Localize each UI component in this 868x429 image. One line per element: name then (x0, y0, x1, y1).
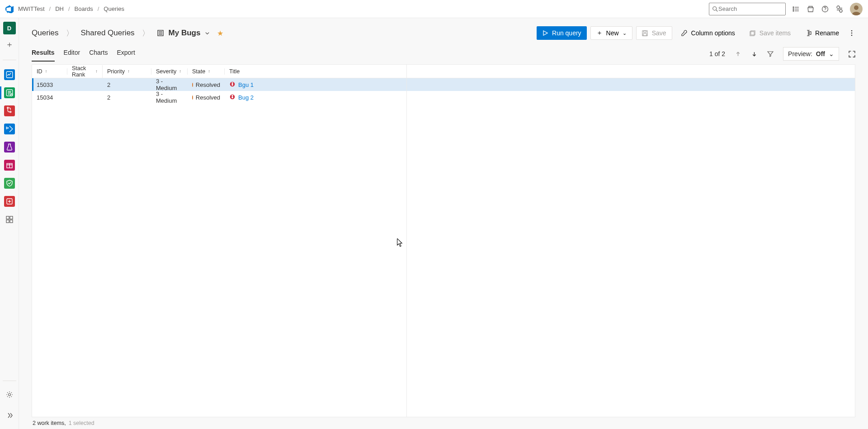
save-icon (642, 30, 648, 36)
nav-grid[interactable] (0, 210, 19, 229)
tab-export[interactable]: Export (117, 46, 135, 62)
query-list-icon (157, 29, 164, 37)
result-count: 1 of 2 (709, 50, 725, 57)
chevron-right-icon: 〉 (142, 28, 150, 38)
more-actions-button[interactable] (848, 26, 855, 40)
col-severity[interactable]: Severity↑ (151, 68, 188, 75)
preview-toggle[interactable]: Preview: Off ⌄ (783, 47, 839, 61)
svg-point-25 (8, 394, 10, 396)
col-state[interactable]: State↑ (188, 68, 225, 75)
breadcrumb-page[interactable]: Queries (104, 5, 124, 12)
favorite-star-icon[interactable]: ★ (217, 29, 223, 38)
svg-point-18 (9, 111, 11, 113)
svg-rect-41 (231, 84, 233, 86)
settings-icon[interactable] (835, 5, 844, 13)
main-content: Queries 〉 Shared Queries 〉 My Bugs ★ Run… (19, 18, 868, 429)
tasks-icon[interactable] (792, 5, 800, 13)
run-query-label: Run query (552, 29, 581, 37)
run-query-button[interactable]: Run query (537, 26, 587, 40)
next-item-button[interactable] (750, 50, 758, 57)
cell-id: 15033 (32, 81, 67, 88)
save-button: Save (636, 26, 672, 40)
col-rank[interactable]: Stack Rank↑ (67, 65, 103, 78)
preview-label: Preview: (788, 50, 812, 57)
svg-point-5 (793, 7, 794, 8)
tab-editor[interactable]: Editor (64, 46, 80, 62)
crumb-shared[interactable]: Shared Queries (81, 29, 135, 38)
nav-boards[interactable] (0, 84, 19, 102)
nav-compliance[interactable] (0, 174, 19, 192)
status-selected: 1 selected (69, 420, 94, 426)
query-name-text: My Bugs (169, 29, 201, 38)
grid-divider[interactable] (406, 65, 407, 417)
svg-point-0 (713, 6, 717, 10)
azure-devops-logo-icon[interactable] (5, 5, 14, 13)
svg-point-38 (851, 35, 853, 36)
svg-line-1 (716, 10, 718, 11)
cell-priority: 2 (103, 94, 151, 101)
new-button[interactable]: ＋ New ⌄ (590, 26, 632, 40)
save-items-label: Save items (760, 29, 791, 37)
save-all-icon (750, 30, 756, 36)
breadcrumb-org[interactable]: MWITTest (18, 5, 45, 12)
tab-charts[interactable]: Charts (89, 46, 108, 62)
cell-priority: 2 (103, 81, 151, 88)
col-id[interactable]: ID↑ (32, 68, 67, 75)
help-icon[interactable] (821, 5, 829, 13)
new-label: New (606, 29, 619, 37)
cell-severity: 3 - Medium (151, 78, 188, 91)
rename-icon (805, 30, 811, 36)
nav-overview[interactable] (0, 66, 19, 84)
header-actions: Run query ＋ New ⌄ Save Column options Sa… (537, 26, 855, 40)
chevron-right-icon: 〉 (66, 28, 74, 38)
col-priority[interactable]: Priority↑ (103, 68, 151, 75)
user-avatar[interactable] (850, 3, 863, 15)
work-item-link[interactable]: Bgu 1 (238, 81, 254, 88)
add-button[interactable]: ＋ (3, 38, 16, 51)
project-settings[interactable] (0, 386, 19, 404)
breadcrumb-area[interactable]: Boards (75, 5, 93, 12)
column-options-button[interactable]: Column options (676, 26, 741, 40)
table-row[interactable]: 1503323 - MediumResolvedBgu 1 (32, 78, 855, 91)
col-title[interactable]: Title (225, 68, 855, 75)
prev-item-button[interactable] (734, 50, 741, 57)
nav-extra[interactable] (0, 192, 19, 210)
search-input[interactable] (718, 5, 783, 12)
nav-separator (3, 60, 16, 60)
more-vertical-icon (851, 30, 853, 36)
query-tabs: ResultsEditorChartsExport 1 of 2 Preview… (32, 46, 855, 62)
search-box[interactable] (709, 3, 786, 15)
cell-state: Resolved (188, 81, 225, 88)
fullscreen-button[interactable] (848, 50, 855, 57)
filter-button[interactable] (767, 50, 774, 57)
wrench-icon (681, 30, 688, 36)
nav-separator (3, 381, 16, 381)
nav-test-plans[interactable] (0, 138, 19, 156)
svg-rect-22 (10, 216, 13, 219)
nav-repos[interactable] (0, 102, 19, 120)
marketplace-icon[interactable] (807, 5, 815, 13)
svg-point-40 (231, 82, 233, 84)
svg-point-10 (837, 6, 840, 9)
collapse-nav[interactable] (0, 406, 19, 424)
rename-label: Rename (815, 29, 839, 37)
crumb-queries[interactable]: Queries (32, 29, 59, 38)
svg-point-7 (793, 10, 794, 11)
work-item-link[interactable]: Bug 2 (238, 94, 254, 101)
project-avatar[interactable]: D (3, 22, 16, 34)
breadcrumb-project[interactable]: DH (55, 5, 64, 12)
nav-pipelines[interactable] (0, 120, 19, 138)
search-icon (712, 6, 718, 12)
query-title[interactable]: My Bugs (157, 29, 210, 38)
tab-results[interactable]: Results (32, 46, 55, 62)
bug-icon (229, 94, 236, 101)
svg-rect-35 (809, 32, 811, 34)
left-nav: D ＋ (0, 18, 19, 429)
top-breadcrumb: MWITTest / DH / Boards / Queries (18, 5, 124, 12)
table-row[interactable]: 1503423 - MediumResolvedBug 2 (32, 91, 855, 104)
topbar: MWITTest / DH / Boards / Queries (0, 0, 868, 18)
svg-point-11 (840, 10, 842, 12)
rename-button[interactable]: Rename (800, 26, 844, 40)
svg-rect-23 (6, 220, 9, 223)
nav-artifacts[interactable] (0, 156, 19, 174)
